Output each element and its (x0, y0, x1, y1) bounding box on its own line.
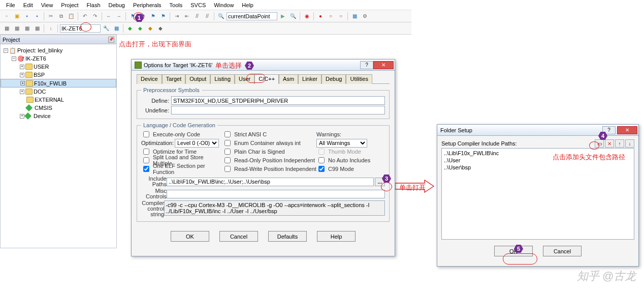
rte3-icon[interactable]: ◆ (146, 24, 155, 33)
tree-root[interactable]: Project: led_blinky (17, 47, 62, 53)
menu-help[interactable]: Help (238, 1, 257, 9)
expand-icon[interactable]: − (12, 56, 16, 61)
tree-folder[interactable]: F10x_FWLIB (34, 80, 67, 86)
menu-view[interactable]: View (37, 1, 57, 9)
menu-svcs[interactable]: SVCS (186, 1, 210, 9)
open-icon[interactable]: ▣ (12, 12, 21, 21)
c99-checkbox[interactable] (318, 166, 325, 172)
tab-output[interactable]: Output (185, 74, 210, 84)
rte2-icon[interactable]: ◆ (136, 24, 145, 33)
tree-folder[interactable]: EXTERNAL (35, 97, 64, 103)
menu-edit[interactable]: Edit (19, 1, 37, 9)
undo-icon[interactable]: ↶ (80, 12, 89, 21)
nav-back-icon[interactable]: ← (104, 12, 113, 21)
tree-folder[interactable]: DOC (34, 89, 46, 95)
close-icon[interactable]: ✕ (373, 61, 394, 69)
find-files-icon[interactable]: 🔍 (288, 12, 298, 21)
strict-checkbox[interactable] (224, 131, 231, 137)
move-up-icon[interactable]: ↑ (615, 139, 624, 148)
breakpoint-icon[interactable]: ● (316, 12, 325, 21)
find-next-icon[interactable]: ▶ (278, 12, 287, 21)
tree-device[interactable]: Device (34, 113, 51, 119)
cut-icon[interactable]: ✂ (46, 12, 55, 21)
bookmark-next-icon[interactable]: ⚑ (148, 12, 157, 21)
cancel-button[interactable]: Cancel (219, 231, 258, 242)
bp2-icon[interactable]: ○ (326, 12, 335, 21)
noauto-checkbox[interactable] (318, 157, 325, 163)
debug-icon[interactable]: ◉ (302, 12, 311, 21)
folder-list[interactable]: ..\Lib\F10x_FWLIB\inc ..\User ..\User\bs… (441, 148, 634, 240)
warnings-select[interactable]: All Warnings (316, 139, 367, 148)
expand-icon[interactable]: + (20, 81, 25, 85)
optimization-select[interactable]: Level 0 (-O0) (175, 139, 219, 148)
bookmark-clear-icon[interactable]: ⚑ (158, 12, 168, 21)
defaults-button[interactable]: Defaults (268, 231, 307, 242)
tab-utilities[interactable]: Utilities (346, 74, 372, 84)
split-checkbox[interactable] (143, 157, 149, 163)
ok-button[interactable]: OK (171, 231, 209, 242)
tree-folder[interactable]: BSP (34, 72, 45, 78)
tab-listing[interactable]: Listing (210, 74, 235, 84)
window-icon[interactable]: ▦ (350, 12, 359, 21)
copy-icon[interactable]: ⧉ (56, 12, 66, 21)
menu-flash[interactable]: Flash (83, 1, 105, 9)
undefine-input[interactable] (171, 106, 385, 114)
tab-asm[interactable]: Asm (279, 74, 298, 84)
tab-device[interactable]: Device (137, 74, 162, 84)
fs-cancel-button[interactable]: Cancel (543, 246, 582, 256)
menu-project[interactable]: Project (57, 1, 82, 9)
tab-linker[interactable]: Linker (298, 74, 321, 84)
paste-icon[interactable]: 📋 (67, 12, 76, 21)
find-icon[interactable]: 🔍 (216, 12, 226, 21)
expand-icon[interactable]: + (20, 114, 24, 119)
download-icon[interactable]: ↓ (46, 24, 55, 33)
expand-icon[interactable]: + (20, 90, 24, 94)
outdent-icon[interactable]: ⇤ (182, 12, 191, 21)
menu-tools[interactable]: Tools (166, 1, 187, 9)
opt-time-checkbox[interactable] (143, 149, 149, 155)
uncomment-icon[interactable]: // (203, 12, 212, 21)
enum-checkbox[interactable] (224, 140, 231, 146)
ropos-checkbox[interactable] (224, 157, 231, 163)
expand-icon[interactable]: − (4, 48, 8, 53)
plain-checkbox[interactable] (224, 149, 231, 155)
menu-window[interactable]: Window (210, 1, 238, 9)
build-icon[interactable]: ▦ (2, 24, 11, 33)
project-tree[interactable]: −📋Project: led_blinky −🎯IK-ZET6 +USER +B… (1, 44, 116, 122)
panel-pin-icon[interactable]: 📌 (108, 37, 114, 43)
nav-fwd-icon[interactable]: → (114, 12, 123, 21)
build-all-icon[interactable]: ▦ (12, 24, 21, 33)
rwpos-checkbox[interactable] (224, 166, 231, 172)
indent-icon[interactable]: ⇥ (172, 12, 181, 21)
menu-debug[interactable]: Debug (105, 1, 129, 9)
target-options-icon[interactable]: 🔧 (102, 24, 111, 33)
help-button-icon[interactable]: ? (360, 61, 373, 69)
exec-only-checkbox[interactable] (143, 131, 149, 137)
menu-file[interactable]: File (2, 1, 19, 9)
saveall-icon[interactable]: ▪ (33, 12, 42, 21)
one-elf-checkbox[interactable] (143, 166, 149, 172)
manage-icon[interactable]: ▦ (112, 24, 121, 33)
expand-icon[interactable]: + (20, 65, 24, 69)
save-icon[interactable]: ▪ (22, 12, 31, 21)
list-item[interactable]: ..\User\bsp (444, 164, 632, 171)
include-paths-input[interactable] (167, 178, 374, 186)
misc-input[interactable] (167, 190, 385, 198)
redo-icon[interactable]: ↷ (90, 12, 100, 21)
move-down-icon[interactable]: ↓ (625, 139, 634, 148)
comment-icon[interactable]: // (192, 12, 202, 21)
menu-periph[interactable]: Peripherals (129, 1, 166, 9)
tree-cmsis[interactable]: CMSIS (35, 105, 52, 111)
find-input[interactable] (227, 12, 277, 20)
bp3-icon[interactable]: ○ (336, 12, 345, 21)
delete-icon[interactable]: ✕ (605, 139, 614, 148)
tab-target[interactable]: Target (162, 74, 186, 84)
rte4-icon[interactable]: ◆ (156, 24, 165, 33)
define-input[interactable] (171, 96, 385, 105)
rte-icon[interactable]: ◆ (125, 24, 135, 33)
close-icon[interactable]: ✕ (617, 126, 637, 134)
config-icon[interactable]: ⚙ (360, 12, 369, 21)
tab-debug[interactable]: Debug (321, 74, 346, 84)
rebuild-icon[interactable]: ▦ (22, 24, 31, 33)
tree-folder[interactable]: USER (34, 64, 49, 70)
